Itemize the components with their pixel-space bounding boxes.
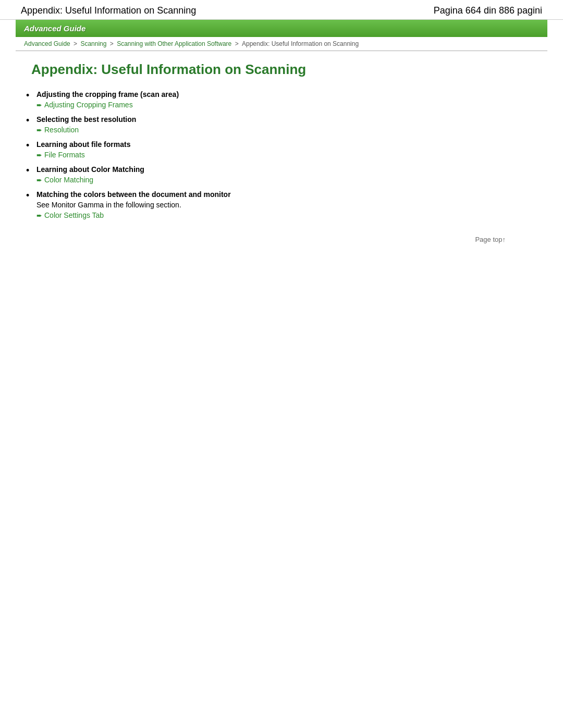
- page-top-link[interactable]: Page top↑: [475, 236, 506, 243]
- list-item-cropping: Adjusting the cropping frame (scan area)…: [26, 90, 537, 109]
- link-line-2: Resolution: [36, 126, 537, 134]
- breadcrumb-link-scanning[interactable]: Scanning: [80, 40, 106, 47]
- link-cropping-frames[interactable]: Adjusting Cropping Frames: [36, 101, 133, 109]
- list-item-color-document: Matching the colors between the document…: [26, 190, 537, 219]
- sub-text-5: See Monitor Gamma in the following secti…: [36, 201, 537, 209]
- green-header-bar: Advanced Guide: [16, 20, 547, 37]
- advanced-guide-label: Advanced Guide: [24, 24, 85, 33]
- bullet-title-2: Selecting the best resolution: [36, 115, 136, 124]
- link-line-1: Adjusting Cropping Frames: [36, 101, 537, 109]
- bullet-title-1: Adjusting the cropping frame (scan area): [36, 90, 179, 98]
- link-resolution[interactable]: Resolution: [36, 126, 79, 134]
- link-line-3: File Formats: [36, 151, 537, 159]
- link-line-5: Color Settings Tab: [36, 211, 537, 219]
- breadcrumb-current: Appendix: Useful Information on Scanning: [242, 40, 359, 47]
- link-line-4: Color Matching: [36, 176, 537, 184]
- link-color-matching[interactable]: Color Matching: [36, 176, 93, 184]
- breadcrumb-sep-2: >: [110, 40, 115, 47]
- breadcrumb-link-advanced-guide[interactable]: Advanced Guide: [24, 40, 70, 47]
- bullet-title-3: Learning about file formats: [36, 140, 130, 149]
- top-bar-page-info: Pagina 664 din 886 pagini: [434, 5, 542, 16]
- bullet-list: Adjusting the cropping frame (scan area)…: [26, 90, 537, 219]
- breadcrumb-sep-3: >: [235, 40, 240, 47]
- top-bar-title: Appendix: Useful Information on Scanning: [21, 5, 196, 16]
- top-bar: Appendix: Useful Information on Scanning…: [0, 0, 563, 20]
- link-file-formats[interactable]: File Formats: [36, 151, 85, 159]
- list-item-color-matching: Learning about Color Matching Color Matc…: [26, 165, 537, 184]
- breadcrumb-link-scanning-other[interactable]: Scanning with Other Application Software: [117, 40, 231, 47]
- breadcrumb: Advanced Guide > Scanning > Scanning wit…: [16, 37, 547, 51]
- page-top-container: Page top↑: [26, 235, 537, 243]
- list-item-file-formats: Learning about file formats File Formats: [26, 140, 537, 159]
- list-item-resolution: Selecting the best resolution Resolution: [26, 115, 537, 134]
- page-heading: Appendix: Useful Information on Scanning: [26, 61, 537, 78]
- bullet-title-4: Learning about Color Matching: [36, 165, 144, 174]
- bullet-title-5: Matching the colors between the document…: [36, 190, 231, 199]
- breadcrumb-sep-1: >: [74, 40, 79, 47]
- link-color-settings-tab[interactable]: Color Settings Tab: [36, 211, 104, 219]
- main-content: Appendix: Useful Information on Scanning…: [0, 51, 563, 264]
